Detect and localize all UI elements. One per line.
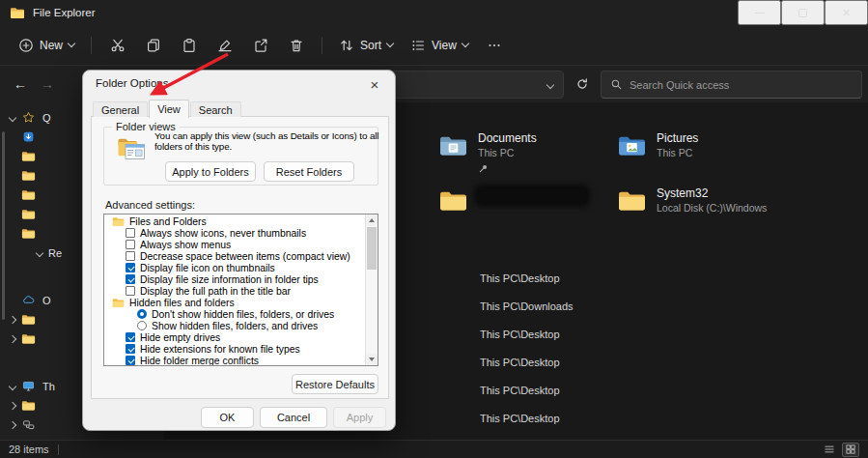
setting-radio-row[interactable]: Show hidden files, folders, and drives — [104, 320, 365, 331]
large-icons-view-toggle[interactable] — [842, 443, 859, 457]
setting-checkbox-row[interactable]: Always show icons, never thumbnails — [104, 227, 365, 239]
tile-name: Pictures — [657, 131, 698, 145]
details-view-toggle[interactable] — [821, 443, 838, 457]
checkbox-checked[interactable] — [126, 356, 135, 365]
pictures-folder-icon — [617, 133, 647, 157]
paste-button[interactable] — [171, 31, 207, 60]
folder-tile[interactable] — [436, 185, 615, 240]
dialog-close-button[interactable]: × — [365, 74, 384, 94]
pin-icon — [478, 160, 489, 171]
folder-icon — [21, 188, 37, 202]
checkbox-unchecked[interactable] — [126, 240, 135, 249]
settings-scrollbar[interactable] — [365, 215, 378, 365]
triangle-up-icon — [369, 218, 375, 222]
new-button[interactable]: New — [10, 32, 83, 59]
chevron-right-icon[interactable] — [9, 316, 16, 324]
scroll-down-button[interactable] — [366, 354, 378, 365]
cloud-icon — [21, 294, 37, 307]
back-button[interactable]: ← — [8, 72, 33, 97]
chevron-down-icon[interactable] — [36, 249, 43, 257]
delete-button[interactable] — [278, 31, 314, 60]
setting-label: Files and Folders — [129, 216, 207, 227]
redacted-folder-name — [478, 188, 586, 203]
checkbox-checked[interactable] — [126, 344, 135, 354]
restore-defaults-button[interactable]: Restore Defaults — [292, 374, 378, 394]
tab-general[interactable]: General — [93, 101, 148, 117]
folder-tile-documents[interactable]: DocumentsThis PC — [436, 129, 615, 185]
view-tab-page: Folder views You can apply this view (su… — [91, 116, 389, 399]
file-row-location[interactable]: This PC\Desktop — [480, 321, 574, 349]
setting-checkbox-row[interactable]: Always show menus — [104, 239, 365, 250]
ok-button[interactable]: OK — [201, 407, 254, 428]
sidebar-item-label: Re — [48, 247, 62, 259]
checkbox-unchecked[interactable] — [126, 286, 135, 296]
apply-to-folders-button[interactable]: Apply to Folders — [165, 161, 256, 182]
address-dropdown-chevron-icon[interactable] — [546, 81, 554, 89]
dialog-title: Folder Options — [96, 77, 168, 89]
chevron-right-icon[interactable] — [9, 421, 16, 429]
setting-label: Always show icons, never thumbnails — [140, 228, 306, 239]
tab-search[interactable]: Search — [190, 101, 241, 117]
paste-icon — [182, 38, 197, 53]
chevron-right-icon[interactable] — [9, 335, 16, 343]
checkbox-checked[interactable] — [126, 274, 135, 284]
star-icon — [21, 111, 37, 125]
cut-button[interactable] — [99, 31, 135, 60]
setting-label: Hidden files and folders — [129, 298, 235, 308]
tile-location: This PC — [657, 147, 698, 158]
reset-folders-button[interactable]: Reset Folders — [264, 161, 354, 182]
radio-unselected[interactable] — [137, 321, 147, 330]
checkbox-checked[interactable] — [126, 263, 135, 272]
chevron-down-icon — [386, 40, 394, 47]
view-button[interactable]: View — [402, 32, 477, 59]
setting-radio-row[interactable]: Don't show hidden files, folders, or dri… — [104, 308, 365, 320]
setting-checkbox-row[interactable]: Hide empty drives — [104, 331, 365, 343]
maximize-icon — [798, 9, 807, 17]
chevron-right-icon[interactable] — [9, 402, 16, 410]
chevron-down-icon — [68, 40, 75, 47]
setting-label: Always show menus — [140, 240, 231, 250]
scrollbar-thumb[interactable] — [367, 227, 377, 270]
folder-tile-pictures[interactable]: PicturesThis PC — [615, 129, 794, 185]
share-button[interactable] — [242, 31, 278, 60]
cancel-button[interactable]: Cancel — [260, 407, 327, 428]
setting-checkbox-row[interactable]: Hide folder merge conflicts — [104, 355, 365, 366]
forward-button[interactable]: → — [35, 72, 60, 97]
checkbox-checked[interactable] — [126, 332, 135, 342]
setting-checkbox-row[interactable]: Hide extensions for known file types — [104, 343, 365, 355]
tab-view[interactable]: View — [149, 100, 189, 118]
window-controls: × — [738, 0, 868, 25]
folder-tile-system32[interactable]: System32Local Disk (C:)\Windows — [615, 185, 794, 240]
file-row-location[interactable]: This PC\Desktop — [480, 405, 574, 433]
setting-checkbox-row[interactable]: Display file icon on thumbnails — [104, 262, 365, 273]
checkbox-unchecked[interactable] — [126, 228, 135, 238]
refresh-button[interactable] — [570, 72, 595, 97]
tile-name: Documents — [478, 131, 537, 145]
setting-checkbox-row[interactable]: Display file size information in folder … — [104, 273, 365, 285]
cut-icon — [110, 38, 126, 53]
rename-button[interactable] — [207, 31, 242, 60]
copy-button[interactable] — [135, 31, 171, 60]
file-row-location[interactable]: This PC\Downloads — [480, 293, 574, 321]
maximize-button[interactable] — [781, 0, 825, 25]
chevron-down-icon — [462, 40, 469, 47]
toolbar-divider — [91, 37, 92, 54]
more-options-button[interactable] — [477, 31, 513, 60]
radio-selected[interactable] — [137, 309, 147, 319]
share-icon — [253, 38, 268, 53]
file-row-location[interactable]: This PC\Desktop — [480, 377, 574, 405]
chevron-down-icon[interactable] — [9, 114, 16, 122]
setting-checkbox-row[interactable]: Display the full path in the title bar — [104, 285, 365, 297]
search-input[interactable] — [630, 79, 853, 91]
checkbox-unchecked[interactable] — [126, 251, 135, 261]
file-row-location[interactable]: This PC\Desktop — [480, 265, 574, 293]
monitor-icon — [21, 380, 37, 393]
scroll-up-button[interactable] — [366, 215, 378, 226]
chevron-down-icon[interactable] — [9, 383, 16, 390]
setting-checkbox-row[interactable]: Decrease space between items (compact vi… — [104, 250, 365, 262]
close-window-button[interactable]: × — [825, 0, 868, 25]
sort-button[interactable]: Sort — [330, 32, 402, 59]
file-row-location[interactable]: This PC\Desktop — [480, 349, 574, 377]
minimize-button[interactable] — [738, 0, 781, 25]
search-box[interactable] — [601, 71, 862, 99]
